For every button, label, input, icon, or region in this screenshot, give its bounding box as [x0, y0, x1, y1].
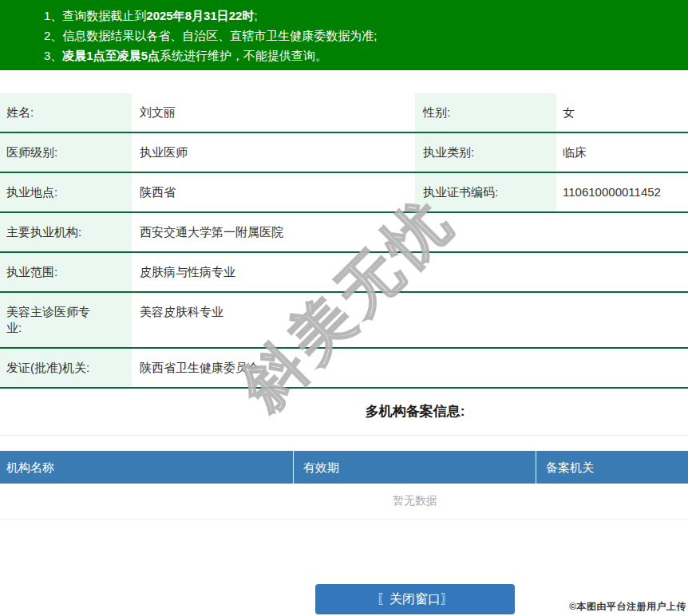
table-row-cosmetic-specialty: 美容主诊医师专业: 美容皮肤科专业	[0, 293, 688, 349]
main-institution-label: 主要执业机构:	[0, 213, 132, 251]
practice-category-label: 执业类别:	[415, 133, 556, 172]
notice-line-2: 2、信息数据结果以各省、自治区、直辖市卫生健康委数据为准;	[44, 26, 680, 45]
gender-label: 性别:	[415, 93, 556, 132]
certificate-number-label: 执业证书编码:	[415, 173, 556, 211]
upload-credit-watermark: ©本图由平台注册用户上传	[569, 600, 686, 614]
practice-category-value: 临床	[556, 133, 688, 172]
notice-line-2-number: 2、	[44, 29, 62, 42]
empty-data-text: 暂无数据	[142, 484, 688, 519]
main-institution-value: 西安交通大学第一附属医院	[132, 213, 688, 251]
filing-section-title: 多机构备案信息:	[142, 402, 688, 421]
table-row-issuing-authority: 发证(批准)机关: 陕西省卫生健康委员会	[0, 349, 688, 389]
notice-line-1-text: 查询数据截止到	[62, 9, 146, 22]
practice-location-value: 陕西省	[132, 173, 415, 211]
cosmetic-specialty-value: 美容皮肤科专业	[132, 293, 688, 347]
table-row-location-certificate: 执业地点: 陕西省 执业证书编码: 110610000011452	[0, 173, 688, 213]
table-row-practice-scope: 执业范围: 皮肤病与性病专业	[0, 253, 688, 293]
doctor-info-table: 姓名: 刘文丽 性别: 女 医师级别: 执业医师 执业类别: 临床 执业地点: …	[0, 93, 688, 389]
name-label: 姓名:	[0, 93, 132, 132]
notice-line-1-suffix: ;	[254, 9, 257, 22]
practice-location-label: 执业地点:	[0, 173, 132, 211]
name-value: 刘文丽	[132, 93, 415, 132]
practice-scope-value: 皮肤病与性病专业	[132, 253, 688, 291]
notice-line-3-suffix: 系统进行维护，不能提供查询。	[160, 49, 327, 62]
filing-table: 机构名称 有效期 备案机关 暂无数据	[0, 451, 688, 519]
filing-section: 多机构备案信息:	[0, 389, 688, 436]
filing-header-authority: 备案机关	[536, 451, 688, 484]
notice-line-2-text: 信息数据结果以各省、自治区、直辖市卫生健康委数据为准;	[62, 29, 377, 42]
close-window-button[interactable]: 〖关闭窗口〗	[315, 584, 515, 614]
issuing-authority-value: 陕西省卫生健康委员会	[132, 349, 688, 387]
notice-banner: 1、查询数据截止到2025年8月31日22时; 2、信息数据结果以各省、自治区、…	[0, 0, 688, 70]
table-row-name-gender: 姓名: 刘文丽 性别: 女	[0, 93, 688, 133]
filing-table-header: 机构名称 有效期 备案机关	[0, 451, 688, 484]
certificate-number-value: 110610000011452	[556, 173, 688, 211]
doctor-level-value: 执业医师	[132, 133, 415, 172]
notice-line-1: 1、查询数据截止到2025年8月31日22时;	[44, 6, 680, 26]
issuing-authority-label: 发证(批准)机关:	[0, 349, 132, 387]
notice-line-1-number: 1、	[44, 9, 62, 22]
practice-scope-label: 执业范围:	[0, 253, 132, 291]
table-row-level-category: 医师级别: 执业医师 执业类别: 临床	[0, 133, 688, 173]
gender-value: 女	[556, 93, 688, 132]
notice-line-1-bold: 2025年8月31日22时	[146, 9, 254, 22]
cosmetic-specialty-label: 美容主诊医师专业:	[0, 293, 132, 347]
doctor-level-label: 医师级别:	[0, 133, 132, 172]
notice-line-3: 3、凌晨1点至凌晨5点系统进行维护，不能提供查询。	[44, 45, 680, 65]
table-row-main-institution: 主要执业机构: 西安交通大学第一附属医院	[0, 213, 688, 253]
filing-header-institution: 机构名称	[0, 451, 293, 484]
notice-line-3-bold: 凌晨1点至凌晨5点	[62, 49, 160, 62]
filing-header-validity: 有效期	[294, 451, 536, 484]
notice-line-3-number: 3、	[44, 49, 62, 62]
filing-empty-row: 暂无数据	[0, 484, 688, 519]
